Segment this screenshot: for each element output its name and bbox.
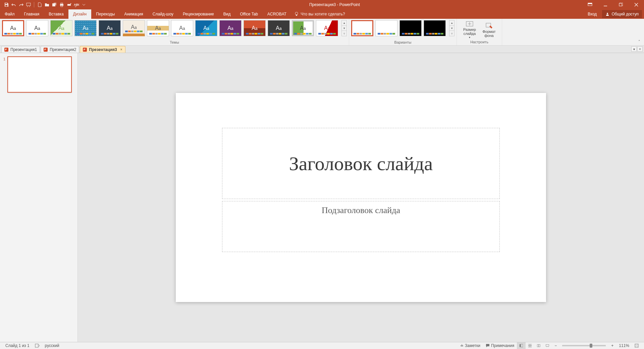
theme-thumbnail[interactable]: Aa (171, 20, 193, 36)
tab-acrobat[interactable]: ACROBAT (263, 9, 291, 19)
thumbnail-preview[interactable] (7, 56, 72, 93)
tab-slideshow[interactable]: Слайд-шоу (148, 9, 178, 19)
doctabs-close-icon[interactable]: × (637, 46, 643, 52)
theme-thumbnail[interactable]: Aa (292, 20, 314, 36)
fit-to-window-icon[interactable] (632, 342, 641, 349)
zoom-level[interactable]: 111% (616, 342, 632, 349)
svg-rect-17 (35, 344, 38, 347)
spellcheck-icon[interactable]: ABC (73, 2, 79, 8)
gallery-expand-icon[interactable]: ▿ (342, 31, 346, 36)
save-icon[interactable] (3, 2, 9, 8)
status-notes-button[interactable]: ≐ Заметки (458, 342, 483, 349)
theme-thumbnail[interactable]: Aa (195, 20, 217, 36)
slide-size-button[interactable]: Размер слайда ▾ (460, 20, 479, 40)
status-spellcheck-icon[interactable] (32, 342, 42, 349)
print-icon[interactable] (59, 2, 65, 8)
tab-home[interactable]: Главная (19, 9, 44, 19)
view-reading-icon[interactable] (534, 342, 543, 349)
svg-point-12 (295, 12, 298, 15)
variant-thumbnail[interactable] (399, 20, 422, 36)
theme-thumbnail[interactable]: Aa (26, 20, 48, 36)
status-comments-button[interactable]: Примечания (483, 342, 517, 349)
ribbon-group-themes: AaAaAaAaAaAaAaAaAaAaAaAaAaAa▴▾▿ Темы (0, 19, 349, 45)
theme-thumbnail[interactable]: Aa (219, 20, 241, 36)
notes-icon: ≐ (460, 343, 464, 348)
theme-color-strip (318, 33, 336, 35)
tell-me-search[interactable]: Что вы хотите сделать? (291, 12, 348, 16)
theme-thumbnail[interactable]: Aa (74, 20, 97, 36)
slide[interactable]: Заголовок слайда Подзаголовок слайда (176, 93, 546, 302)
view-normal-icon[interactable] (517, 342, 526, 349)
gallery-expand-icon[interactable]: ▿ (449, 31, 454, 36)
tab-review[interactable]: Рецензирование (178, 9, 219, 19)
gallery-down-icon[interactable]: ▾ (449, 26, 454, 31)
maximize-icon[interactable] (613, 0, 629, 9)
variant-thumbnail[interactable] (351, 20, 373, 36)
format-background-button[interactable]: Формат фона (480, 20, 498, 40)
theme-preview-text: Aa (58, 26, 64, 31)
tab-insert[interactable]: Вставка (44, 9, 68, 19)
subtitle-placeholder[interactable]: Подзаголовок слайда (222, 201, 500, 252)
start-slideshow-icon[interactable] (25, 2, 32, 8)
zoom-slider-thumb[interactable] (590, 344, 592, 348)
window-controls (582, 0, 644, 9)
thumbnail-number: 1 (2, 56, 5, 93)
theme-color-strip (198, 33, 215, 35)
group-label-variants: Варианты (351, 40, 454, 45)
save-all-icon[interactable] (51, 2, 57, 8)
theme-thumbnail[interactable]: Aa (2, 20, 24, 36)
tab-view[interactable]: Вид (219, 9, 235, 19)
document-tab[interactable]: Презентация2 (41, 46, 79, 53)
share-button[interactable]: Общий доступ (602, 10, 642, 18)
zoom-in-icon[interactable]: + (608, 342, 616, 349)
tab-animations[interactable]: Анимация (119, 9, 148, 19)
signin-link[interactable]: Вход (584, 9, 600, 19)
svg-rect-4 (61, 3, 63, 4)
qat-customize-icon[interactable] (81, 2, 87, 8)
title-placeholder[interactable]: Заголовок слайда (222, 128, 500, 199)
status-slide-counter[interactable]: Слайд 1 из 1 (3, 342, 32, 349)
open-icon[interactable] (44, 2, 50, 8)
undo-icon[interactable] (11, 2, 17, 8)
document-tab-label: Презентация3 (89, 47, 117, 52)
theme-thumbnail[interactable]: Aa (244, 20, 266, 36)
view-slideshow-icon[interactable] (543, 342, 552, 349)
theme-thumbnail[interactable]: Aa (316, 20, 338, 36)
gallery-down-icon[interactable]: ▾ (342, 26, 346, 31)
quick-print-icon[interactable] (66, 2, 72, 8)
tab-transitions[interactable]: Переходы (91, 9, 119, 19)
theme-preview-text: Aa (10, 26, 16, 31)
thumbnail-item[interactable]: 1 (2, 56, 74, 93)
zoom-slider[interactable] (562, 345, 606, 346)
theme-thumbnail[interactable]: Aa (50, 20, 72, 36)
powerpoint-doc-icon (83, 48, 87, 52)
tab-design[interactable]: Дизайн (68, 9, 91, 19)
theme-thumbnail[interactable]: Aa (123, 20, 145, 36)
doctabs-dropdown-icon[interactable]: ▾ (631, 46, 637, 52)
svg-rect-1 (5, 5, 7, 6)
variant-thumbnail[interactable] (424, 20, 446, 36)
theme-thumbnail[interactable]: Aa (147, 20, 169, 36)
zoom-out-icon[interactable]: − (552, 342, 559, 349)
theme-thumbnail[interactable]: Aa (268, 20, 290, 36)
variant-thumbnail[interactable] (375, 20, 397, 36)
tab-file[interactable]: Файл (0, 9, 19, 19)
minimize-icon[interactable] (598, 0, 613, 9)
tab-office-tab[interactable]: Office Tab (235, 9, 263, 19)
slide-canvas-area[interactable]: Заголовок слайда Подзаголовок слайда (78, 53, 644, 342)
svg-rect-22 (528, 346, 530, 347)
new-icon[interactable] (37, 2, 43, 8)
document-tab[interactable]: Презентация3× (80, 46, 125, 53)
gallery-up-icon[interactable]: ▴ (342, 20, 346, 26)
ribbon-display-options-icon[interactable] (582, 0, 598, 9)
collapse-ribbon-icon[interactable]: ˄ (637, 39, 642, 44)
theme-thumbnail[interactable]: Aa (99, 20, 121, 36)
redo-icon[interactable] (18, 2, 24, 8)
close-icon[interactable] (629, 0, 644, 9)
theme-preview-text: Aa (252, 26, 257, 31)
status-language[interactable]: русский (42, 342, 62, 349)
view-sorter-icon[interactable] (526, 342, 534, 349)
document-tab[interactable]: Презентация1 (1, 46, 40, 53)
document-tab-close-icon[interactable]: × (120, 48, 122, 51)
gallery-up-icon[interactable]: ▴ (449, 20, 454, 26)
